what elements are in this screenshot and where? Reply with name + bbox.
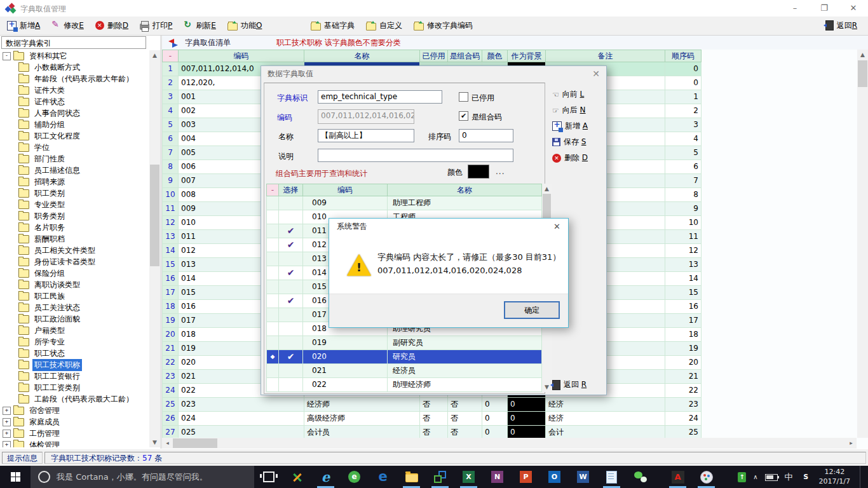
tree-item[interactable]: 身份证读卡器类型 bbox=[1, 256, 147, 268]
tree-item[interactable]: 员工相关文件类型 bbox=[1, 245, 147, 256]
cell-checked[interactable] bbox=[279, 322, 303, 336]
dialog-新增-button[interactable]: 新增 A bbox=[552, 121, 588, 132]
close-button[interactable]: ✕ bbox=[839, 0, 868, 17]
tree-item[interactable]: +家庭成员 bbox=[1, 416, 147, 428]
scroll-right-icon[interactable]: ▸ bbox=[846, 438, 857, 449]
desc-input[interactable] bbox=[318, 149, 513, 162]
taskbar-share-icon[interactable] bbox=[426, 466, 454, 488]
taskbar-wechat-icon[interactable] bbox=[626, 466, 654, 488]
cell-checked[interactable] bbox=[279, 252, 303, 266]
tree-item[interactable]: 人事合同状态 bbox=[1, 107, 147, 119]
tree-expand-icon[interactable]: + bbox=[3, 418, 11, 426]
toolbar-基础字典-button[interactable]: 基础字典 bbox=[311, 20, 355, 31]
tree-item[interactable]: +工伤管理 bbox=[1, 428, 147, 439]
battery-icon[interactable] bbox=[765, 474, 778, 481]
dialog-column-header-1[interactable]: 选择 bbox=[279, 184, 303, 196]
stopped-checkbox[interactable] bbox=[459, 92, 468, 102]
table-row[interactable]: 27025会计员否否00会计25 bbox=[162, 426, 702, 438]
tree-item[interactable]: 辅助分组 bbox=[1, 119, 147, 130]
dict-id-input[interactable]: emp_technical_type bbox=[318, 90, 442, 104]
table-vertical-scrollbar[interactable]: ▲ bbox=[857, 50, 868, 438]
cell-checked[interactable] bbox=[279, 210, 303, 224]
dialog-table-row[interactable]: 009助理工程师 bbox=[266, 196, 542, 210]
dialog-删除-button[interactable]: 删除 D bbox=[552, 152, 588, 163]
taskbar-word-icon[interactable] bbox=[569, 466, 597, 488]
combo-checkbox[interactable] bbox=[459, 111, 468, 121]
cell-checked[interactable] bbox=[279, 308, 303, 322]
ime-indicator[interactable]: 中 bbox=[785, 471, 793, 483]
tree-item[interactable]: 证件状态 bbox=[1, 96, 147, 107]
tree-item[interactable]: 员工关注状态 bbox=[1, 302, 147, 313]
table-horizontal-scrollbar[interactable]: ◂ ▸ bbox=[162, 438, 857, 449]
scroll-up-icon[interactable]: ▲ bbox=[857, 50, 868, 60]
clock[interactable]: 12:42 2017/1/7 bbox=[819, 468, 850, 486]
tree-item[interactable]: -资料和其它 bbox=[1, 50, 147, 62]
tree-item[interactable]: 职工文化程度 bbox=[1, 130, 147, 142]
tree-item[interactable]: 薪酬职档 bbox=[1, 233, 147, 245]
column-header-3[interactable]: 已停用 bbox=[420, 50, 448, 62]
tree-item[interactable]: 员工描述信息 bbox=[1, 165, 147, 176]
cell-checked[interactable]: ✔ bbox=[279, 224, 303, 238]
cell-checked[interactable] bbox=[279, 378, 303, 392]
name-input[interactable]: 【副高以上】 bbox=[318, 129, 414, 142]
dialog-column-header-2[interactable]: 编码 bbox=[303, 184, 388, 196]
sogou-input-icon[interactable]: S bbox=[800, 471, 812, 483]
tree-item[interactable]: 招聘来源 bbox=[1, 176, 147, 187]
column-header-0[interactable]: - bbox=[162, 50, 179, 62]
taskbar-ie-icon[interactable] bbox=[311, 466, 340, 488]
scroll-up-icon[interactable]: ▲ bbox=[149, 50, 160, 60]
tree-item[interactable]: 保险分组 bbox=[1, 268, 147, 279]
alert-close-icon[interactable]: ✕ bbox=[553, 222, 560, 231]
start-button[interactable] bbox=[0, 466, 31, 488]
cell-checked[interactable] bbox=[279, 364, 303, 378]
taskbar-outlook-icon[interactable] bbox=[540, 466, 569, 488]
return-button[interactable]: 返回R bbox=[825, 17, 857, 34]
dialog-table-row[interactable]: 021经济员 bbox=[266, 364, 542, 378]
toolbar-修改字典编码-button[interactable]: 修改字典编码 bbox=[414, 20, 473, 31]
scrollbar-thumb[interactable] bbox=[173, 438, 217, 448]
toolbar-功能-button[interactable]: 功能O bbox=[227, 20, 262, 31]
dialog-table-row[interactable]: ◆✔020研究员 bbox=[266, 350, 542, 364]
dialog-close-icon[interactable]: ✕ bbox=[592, 69, 600, 79]
tree-item[interactable]: 职务类别 bbox=[1, 210, 147, 222]
dialog-column-header-0[interactable]: - bbox=[266, 184, 279, 196]
tray-chevron-up-icon[interactable]: ∧ bbox=[753, 473, 757, 480]
dialog-向后-button[interactable]: ☞向后 N bbox=[552, 105, 586, 116]
tree-item[interactable]: 职工状态 bbox=[1, 348, 147, 359]
table-row[interactable]: 26024高级经济师否否00经济24 bbox=[162, 412, 702, 426]
dialog-table-row[interactable]: 022助理经济师 bbox=[266, 378, 542, 392]
cell-checked[interactable]: ✔ bbox=[279, 350, 303, 364]
toolbar-刷新-button[interactable]: 刷新E bbox=[184, 20, 216, 31]
usb-tray-icon[interactable] bbox=[738, 472, 746, 482]
maximize-button[interactable]: ❐ bbox=[810, 0, 839, 17]
taskbar-acrobat-icon[interactable] bbox=[663, 466, 692, 488]
dialog-table-row[interactable]: 019副研究员 bbox=[266, 336, 542, 350]
column-header-5[interactable]: 颜色 bbox=[482, 50, 508, 62]
task-view-button[interactable] bbox=[254, 466, 283, 488]
tree-item[interactable]: 小数截断方式 bbox=[1, 62, 147, 73]
taskbar-explorer-icon[interactable] bbox=[397, 466, 426, 488]
cell-checked[interactable]: ✔ bbox=[279, 294, 303, 308]
taskbar-onenote-icon[interactable] bbox=[483, 466, 512, 488]
tree-item[interactable]: 职工类别 bbox=[1, 187, 147, 199]
sort-input[interactable]: 0 bbox=[459, 129, 513, 142]
cell-checked[interactable] bbox=[279, 280, 303, 294]
cell-checked[interactable]: ✔ bbox=[279, 238, 303, 252]
minimize-button[interactable]: – bbox=[780, 0, 810, 17]
show-desktop-button[interactable] bbox=[860, 466, 863, 488]
cell-checked[interactable]: ✔ bbox=[279, 266, 303, 280]
taskbar-browser-360-icon[interactable] bbox=[340, 466, 369, 488]
column-header-8[interactable]: 顺序码 bbox=[665, 50, 702, 62]
table-row[interactable]: 25023经济师否否00经济23 bbox=[162, 398, 702, 412]
tree-item[interactable]: 职工技术职称 bbox=[1, 359, 147, 370]
cortana-search-box[interactable]: 我是 Cortana，小娜。有问题尽管问我。 bbox=[31, 466, 254, 488]
tree-item[interactable]: 专业类型 bbox=[1, 199, 147, 210]
tree-item[interactable]: 职工政治面貌 bbox=[1, 313, 147, 325]
taskbar-edge-icon[interactable] bbox=[369, 466, 397, 488]
toolbar-修改-button[interactable]: 修改E bbox=[51, 20, 84, 31]
tree-item[interactable]: 学位 bbox=[1, 142, 147, 153]
column-header-4[interactable]: 是组合码 bbox=[448, 50, 482, 62]
tree-item[interactable]: 名片职务 bbox=[1, 222, 147, 233]
tree-expand-icon[interactable]: + bbox=[3, 430, 11, 438]
dialog-column-header-3[interactable]: 名称 bbox=[388, 184, 542, 196]
